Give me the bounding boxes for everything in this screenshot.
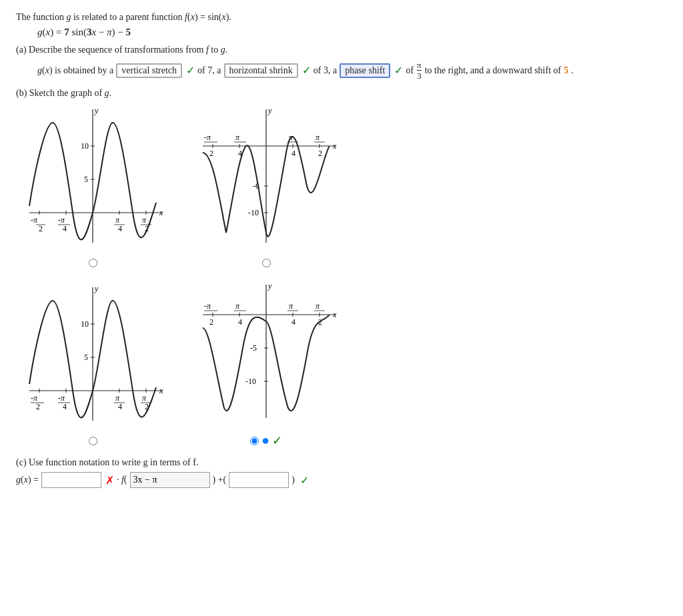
end-paren-text: ) <box>291 475 295 485</box>
horizontal-shrink-box: horizontal shrink <box>224 63 298 78</box>
graph4-svg: y x -5 -10 -π 2 π 4 π 4 <box>189 278 343 431</box>
graph3-svg: y x 10 5 -π 2 -π 4 π 4 π <box>16 281 169 434</box>
svg-text:x: x <box>159 208 163 217</box>
graph2-radio[interactable] <box>262 259 271 267</box>
to-right-text: to the right, and a downward shift of <box>425 65 562 76</box>
gx-prefix: g(x) is obtained by a <box>37 65 113 76</box>
part-c-input-line: g(x) = ✗ · f( ) +( ) ✓ <box>16 472 667 488</box>
addend-input[interactable] <box>229 472 289 488</box>
shift-value: 5 <box>564 65 568 76</box>
svg-text:π: π <box>235 301 240 311</box>
check3-icon: ✓ <box>394 64 403 77</box>
check1-icon: ✓ <box>186 64 195 77</box>
vertical-stretch-box: vertical stretch <box>116 63 182 78</box>
inner-expression-input[interactable] <box>130 472 210 488</box>
svg-text:4: 4 <box>63 224 67 233</box>
graphs-row-2: y x 10 5 -π 2 -π 4 π 4 π <box>16 278 667 448</box>
svg-text:x: x <box>332 310 337 319</box>
graph1-svg: y x 10 5 -π 2 -π 4 <box>16 103 169 256</box>
svg-text:-10: -10 <box>248 208 259 217</box>
svg-text:π: π <box>142 393 147 403</box>
phase-shift-box: phase shift <box>339 63 390 78</box>
svg-text:x: x <box>159 386 163 395</box>
of-frac-text: of <box>406 65 414 76</box>
coefficient-input[interactable] <box>41 472 101 488</box>
svg-text:4: 4 <box>63 402 67 411</box>
svg-text:y: y <box>94 106 99 115</box>
svg-text:π: π <box>207 301 211 311</box>
svg-text:π: π <box>315 301 320 311</box>
check-c-icon: ✓ <box>300 474 309 487</box>
svg-text:π: π <box>207 133 211 142</box>
dot-f-text: · f( <box>117 475 127 485</box>
graph4-radio[interactable] <box>250 437 259 445</box>
svg-text:π: π <box>235 133 240 142</box>
svg-text:2: 2 <box>209 149 213 158</box>
svg-text:4: 4 <box>118 402 122 411</box>
svg-text:5: 5 <box>84 353 88 362</box>
svg-text:π: π <box>115 393 120 403</box>
svg-text:2: 2 <box>318 149 322 158</box>
pi-over-3: π 3 <box>417 61 422 80</box>
graph3-option[interactable]: y x 10 5 -π 2 -π 4 π 4 π <box>16 278 169 448</box>
graph1-radio[interactable] <box>89 259 97 267</box>
svg-text:π: π <box>61 215 65 225</box>
svg-text:5: 5 <box>84 175 88 184</box>
svg-text:π: π <box>115 215 120 225</box>
svg-text:2: 2 <box>209 317 213 327</box>
svg-text:y: y <box>94 284 99 293</box>
part-c-label: (c) Use function notation to write g in … <box>16 457 667 468</box>
graph2-svg: y x -6 -10 -π 2 π 4 π <box>189 103 343 256</box>
selected-indicator: ● <box>261 433 269 448</box>
graphs-row-1: y x 10 5 -π 2 -π 4 <box>16 103 667 270</box>
svg-text:2: 2 <box>36 402 40 411</box>
svg-text:y: y <box>267 106 272 115</box>
graph2-option[interactable]: y x -6 -10 -π 2 π 4 π <box>189 103 343 270</box>
problem-statement-line1: The function g is related to a parent fu… <box>16 12 667 23</box>
svg-text:10: 10 <box>81 141 89 151</box>
transformation-description: g(x) is obtained by a vertical stretch ✓… <box>37 61 667 80</box>
graph4-option[interactable]: y x -5 -10 -π 2 π 4 π 4 <box>189 278 343 448</box>
svg-text:π: π <box>33 215 38 225</box>
svg-text:π: π <box>142 215 147 225</box>
svg-text:4: 4 <box>118 224 122 233</box>
graph3-radio[interactable] <box>89 437 97 445</box>
svg-text:4: 4 <box>238 317 242 327</box>
part-a-label: (a) Describe the sequence of transformat… <box>16 45 667 55</box>
svg-text:10: 10 <box>81 319 89 329</box>
graph1-option[interactable]: y x 10 5 -π 2 -π 4 <box>16 103 169 270</box>
gx-label: g(x) = <box>16 475 39 485</box>
of3-text: of 3, a <box>313 65 337 76</box>
svg-text:4: 4 <box>291 317 295 327</box>
of7-text: of 7, a <box>197 65 221 76</box>
svg-text:y: y <box>267 281 272 291</box>
svg-text:-10: -10 <box>245 377 256 386</box>
svg-text:π: π <box>33 393 38 403</box>
svg-text:π: π <box>61 393 65 403</box>
svg-text:4: 4 <box>291 149 295 158</box>
svg-text:π: π <box>289 301 293 311</box>
period: . <box>571 65 574 76</box>
x-error-icon: ✗ <box>105 474 114 487</box>
problem-equation: g(x) = 7 sin(3x − π) − 5 <box>37 27 667 38</box>
close-paren-text: ) +( <box>213 475 227 485</box>
part-b-label: (b) Sketch the graph of g. <box>16 88 667 99</box>
part-c-section: (c) Use function notation to write g in … <box>16 457 667 488</box>
svg-text:-5: -5 <box>250 343 257 353</box>
svg-text:x: x <box>332 141 337 151</box>
svg-text:2: 2 <box>39 224 43 233</box>
check4-icon: ✓ <box>272 433 282 448</box>
svg-text:π: π <box>315 133 320 142</box>
check2-icon: ✓ <box>302 64 311 77</box>
